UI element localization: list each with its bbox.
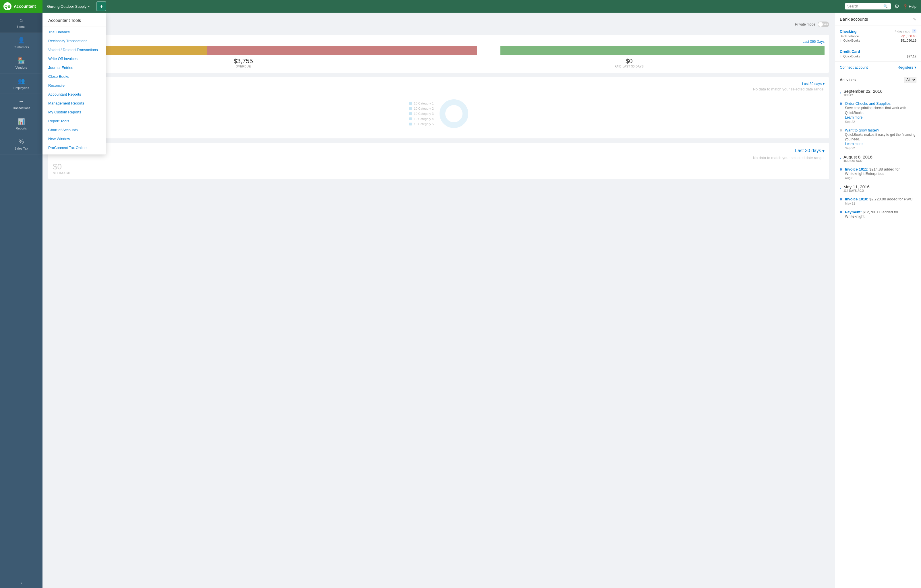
menu-chart-of-accounts[interactable]: Chart of Accounts xyxy=(42,125,106,134)
main-content: ting 2016 Private mode OFF Last 365 Days xyxy=(42,13,835,588)
invoice-bar xyxy=(53,46,825,55)
menu-trial-balance[interactable]: Trial Balance xyxy=(42,28,106,36)
search-box[interactable]: 🔍 xyxy=(845,3,891,10)
menu-proconnect[interactable]: ProConnect Tax Online xyxy=(42,143,106,152)
sidebar-collapse-button[interactable]: ‹ xyxy=(0,577,42,588)
menu-close-books[interactable]: Close Books xyxy=(42,72,106,81)
sidebar-label-transactions: Transactions xyxy=(12,106,31,110)
sidebar-item-customers[interactable]: 👤 Customers xyxy=(0,33,42,53)
overdue-amount: $3,755 xyxy=(234,57,253,65)
activity-desc-0-1: QuickBooks makes it easy to get the fina… xyxy=(845,132,916,142)
help-label: Help xyxy=(909,4,916,9)
edit-icon[interactable]: ✎ xyxy=(913,17,916,21)
sidebar-item-employees[interactable]: 👥 Employees xyxy=(0,73,42,94)
connect-area: Connect account Registers ▾ xyxy=(835,62,921,73)
menu-new-window[interactable]: New Window xyxy=(42,134,106,143)
bar-gap xyxy=(477,46,500,55)
menu-custom-reports[interactable]: My Custom Reports xyxy=(42,108,106,117)
checking-name[interactable]: Checking xyxy=(840,29,857,34)
menu-write-off[interactable]: Write Off Invoices xyxy=(42,54,106,63)
reports-icon: 📊 xyxy=(18,118,25,125)
activity-title-2-1[interactable]: Payment: $12,780.00 added for Whiteknigh… xyxy=(845,210,916,218)
legend-item-3: 10 Category 3 xyxy=(409,112,433,116)
activities-header: Activities All xyxy=(835,73,921,86)
overdue-stat: $3,755 OVERDUE xyxy=(234,57,253,68)
activity-link-0-0[interactable]: Learn more xyxy=(845,116,916,119)
activity-dot-2-0 xyxy=(840,198,842,200)
menu-report-tools[interactable]: Report Tools xyxy=(42,117,106,125)
legend-item-4: 10 Category 4 xyxy=(409,117,433,121)
menu-reclassify[interactable]: Reclassify Transactions xyxy=(42,36,106,46)
sidebar-item-salestax[interactable]: % Sales Tax xyxy=(0,134,42,155)
pl-no-data: No data to match your selected date rang… xyxy=(53,156,825,160)
qb-logo: QB xyxy=(3,2,11,10)
activity-meta-2-0: May 11 xyxy=(845,202,916,205)
right-panel: Bank accounts ✎ Checking 4 days ago 7 Ba… xyxy=(835,13,921,588)
company-selector[interactable]: Gurung Outdoor Supply ▾ xyxy=(42,4,94,9)
add-button[interactable]: + xyxy=(96,2,106,11)
pl-dropdown-icon[interactable]: ▾ xyxy=(822,148,825,154)
activity-item-2-1: Payment: $12,780.00 added for Whiteknigh… xyxy=(835,208,921,221)
paid-amount: $0 xyxy=(614,57,644,65)
transactions-icon: ↔ xyxy=(18,98,24,104)
menu-management-reports[interactable]: Management Reports xyxy=(42,99,106,108)
paid-label: PAID LAST 30 DAYS xyxy=(614,65,644,68)
app-layout: ⌂ Home 👤 Customers 🏪 Vendors 👥 Employees… xyxy=(0,13,921,588)
registers-button[interactable]: Registers ▾ xyxy=(897,65,916,70)
customers-icon: 👤 xyxy=(18,37,25,44)
sidebar-label-home: Home xyxy=(17,25,25,28)
sidebar-item-reports[interactable]: 📊 Reports xyxy=(0,114,42,134)
activity-group-1: ● August 8, 2016 45 DAYS AGO Invoice 101… xyxy=(835,152,921,182)
sidebar-label-employees: Employees xyxy=(13,86,29,90)
menu-reconcile[interactable]: Reconcile xyxy=(42,81,106,90)
credit-card-account: Credit Card In QuickBooks $27.12 xyxy=(835,46,921,62)
settings-button[interactable]: ⚙ xyxy=(894,3,900,10)
checking-account: Checking 4 days ago 7 Bank balance -$1,3… xyxy=(835,26,921,46)
checking-bank-balance: Bank balance -$1,300.66 xyxy=(840,34,916,38)
activity-content-0-0: Order Checks and Supplies Save time prin… xyxy=(845,101,916,124)
sidebar-item-transactions[interactable]: ↔ Transactions xyxy=(0,94,42,114)
checking-badge: 7 xyxy=(912,29,916,33)
paid-stat: $0 PAID LAST 30 DAYS xyxy=(614,57,644,68)
vendors-icon: 🏪 xyxy=(18,57,25,64)
sidebar-item-home[interactable]: ⌂ Home xyxy=(0,13,42,33)
sidebar-label-customers: Customers xyxy=(13,46,29,49)
logo-area[interactable]: QB Accountant xyxy=(0,0,42,13)
activity-link-0-1[interactable]: Learn more xyxy=(845,142,916,146)
sidebar: ⌂ Home 👤 Customers 🏪 Vendors 👥 Employees… xyxy=(0,13,42,588)
private-mode-toggle[interactable]: OFF xyxy=(818,21,829,27)
activity-dot-2-1 xyxy=(840,211,842,213)
menu-accountant-reports[interactable]: Accountant Reports xyxy=(42,90,106,99)
activity-content-1-0: Invoice 1011: $214.88 added for Whitekni… xyxy=(845,167,916,180)
activity-group-2: ● May 11, 2016 134 DAYS AGO Invoice 1010… xyxy=(835,182,921,221)
activity-date-sublabel-2: 134 DAYS AGO xyxy=(843,189,870,192)
employees-icon: 👥 xyxy=(18,78,25,85)
header-right: 🔍 ⚙ ❓ Help xyxy=(845,3,921,10)
sidebar-label-salestax: Sales Tax xyxy=(15,147,28,150)
activity-item-2-0: Invoice 1010: $2,720.00 added for PWC Ma… xyxy=(835,195,921,208)
menu-journal[interactable]: Journal Entries xyxy=(42,63,106,72)
menu-voided[interactable]: Voided / Deleted Transactions xyxy=(42,46,106,54)
activity-desc-0-0: Save time printing checks that work with… xyxy=(845,106,916,116)
activity-title-2-0[interactable]: Invoice 1010: $2,720.00 added for PWC xyxy=(845,197,916,201)
activities-filter[interactable]: All xyxy=(904,77,916,83)
activity-title-0-1[interactable]: Want to grow faster? xyxy=(845,128,916,132)
search-input[interactable] xyxy=(847,4,882,8)
credit-card-name[interactable]: Credit Card xyxy=(840,49,860,54)
activity-title-0-0[interactable]: Order Checks and Supplies xyxy=(845,101,916,106)
activity-group-0: ● September 22, 2016 TODAY Order Checks … xyxy=(835,86,921,152)
pl-date-range[interactable]: Last 30 days xyxy=(795,148,821,153)
credit-card-header: Credit Card xyxy=(840,49,916,54)
expense-legend: 10 Category 1 10 Category 2 10 Category … xyxy=(409,102,433,126)
help-button[interactable]: ❓ Help xyxy=(903,4,916,9)
checking-days: 4 days ago xyxy=(895,29,910,33)
sidebar-item-vendors[interactable]: 🏪 Vendors xyxy=(0,53,42,73)
legend-item-5: 10 Category 5 xyxy=(409,122,433,126)
checking-qb-amount: $51,090.19 xyxy=(901,39,916,42)
connect-account-button[interactable]: Connect account xyxy=(840,65,868,70)
activity-dot-1-0 xyxy=(840,168,842,171)
activity-title-1-0[interactable]: Invoice 1011: $214.88 added for Whitekni… xyxy=(845,167,916,176)
activities-filter-select[interactable]: All xyxy=(904,77,916,83)
expense-dropdown-icon[interactable]: ▾ xyxy=(823,82,825,86)
expense-chart-area: 10 Category 1 10 Category 2 10 Category … xyxy=(53,94,825,134)
